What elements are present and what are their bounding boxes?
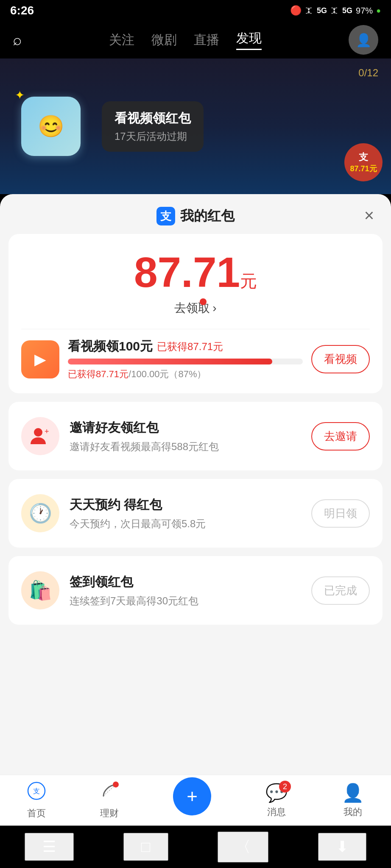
alipay-logo-icon: 支 — [156, 207, 175, 225]
system-home-button[interactable]: □ — [123, 833, 168, 861]
progress-total: /100.00元（87%） — [128, 369, 206, 379]
system-menu-button[interactable]: ☰ — [25, 833, 74, 861]
watch-video-button[interactable]: 看视频 — [311, 345, 370, 373]
status-time: 6:26 — [10, 4, 34, 17]
banner-area: ✦ 😊 看视频领红包 17天后活动过期 0/12 支 87.71元 — [0, 58, 391, 194]
modal-header: 支 我的红包 × — [0, 194, 391, 234]
clock-icon-wrap: 🕐 — [21, 494, 59, 532]
tab-minidrama[interactable]: 微剧 — [151, 31, 177, 49]
checkin-button[interactable]: 已完成 — [311, 576, 370, 605]
close-button[interactable]: × — [364, 207, 374, 224]
daily-button[interactable]: 明日领 — [311, 499, 370, 528]
signal2-5g-icon: 5G — [342, 6, 352, 15]
nav-item-finance[interactable]: 理财 — [100, 782, 119, 820]
action-card-invite: + 邀请好友领红包 邀请好友看视频最高得588元红包 去邀请 — [8, 402, 383, 470]
action-info-invite: 邀请好友领红包 邀请好友看视频最高得588元红包 — [70, 419, 301, 453]
add-button[interactable]: + — [173, 777, 211, 815]
profile-label: 我的 — [344, 806, 362, 818]
clock-icon: 🕐 — [29, 502, 52, 524]
system-nav: ☰ □ 〈 ⬇ — [0, 826, 391, 868]
bubble-title: 看视频领红包 — [115, 110, 191, 127]
svg-point-0 — [34, 428, 42, 437]
plus-icon: + — [187, 787, 198, 806]
alipay-red-button[interactable]: 支 87.71元 — [344, 143, 383, 181]
nav-item-profile[interactable]: 👤 我的 — [342, 782, 364, 818]
action-info-daily: 天天预约 得红包 今天预约，次日最高可领5.8元 — [70, 496, 301, 531]
message-label: 消息 — [267, 806, 286, 818]
message-badge: 2 — [279, 781, 291, 793]
video-earned: 已获得87.71元 — [157, 340, 223, 353]
status-bar: 6:26 🔴 ⯰ 5G ⯰ 5G 97% ● — [0, 0, 391, 21]
battery-indicator: 97% — [356, 6, 373, 16]
tab-follow[interactable]: 关注 — [109, 31, 134, 49]
banner-amount: 87.71元 — [350, 164, 377, 174]
video-title: 看视频领100元 — [68, 338, 153, 355]
play-icon: ▶ — [34, 351, 46, 368]
modal-title-wrapper: 支 我的红包 — [156, 207, 235, 225]
svg-text:+: + — [45, 427, 49, 436]
collect-button[interactable]: 去领取 › — [21, 300, 370, 316]
collect-dot-badge — [200, 298, 207, 305]
checkin-desc: 连续签到7天最高得30元红包 — [70, 594, 301, 608]
status-icons: 🔴 ⯰ 5G ⯰ 5G 97% ● — [290, 5, 381, 16]
nav-item-home[interactable]: 支 首页 — [27, 782, 46, 820]
video-card-inner: ▶ 看视频领100元 已获得87.71元 已获得87.71元/100.00元（8… — [21, 338, 370, 381]
amount-unit: 元 — [240, 272, 257, 290]
bubble-subtitle: 17天后活动过期 — [115, 130, 191, 143]
svg-text:支: 支 — [33, 787, 40, 795]
banner-counter: 0/12 — [358, 67, 378, 79]
bluetooth-icon: 🔴 — [290, 5, 302, 16]
tab-discover[interactable]: 发现 — [236, 30, 262, 50]
banner-bubble: 看视频领红包 17天后活动过期 — [102, 101, 204, 152]
progress-bar-wrap — [68, 359, 303, 364]
invite-title: 邀请好友领红包 — [70, 419, 301, 437]
mascot-face: 😊 — [38, 114, 64, 139]
invite-desc: 邀请好友看视频最高得588元红包 — [70, 440, 301, 453]
bag-icon: 🛍️ — [29, 579, 52, 601]
action-card-daily: 🕐 天天预约 得红包 今天预约，次日最高可领5.8元 明日领 — [8, 479, 383, 548]
progress-bar-fill — [68, 359, 272, 364]
collect-arrow-icon: › — [212, 301, 216, 315]
video-info: 看视频领100元 已获得87.71元 已获得87.71元/100.00元（87%… — [68, 338, 303, 381]
invite-button[interactable]: 去邀请 — [311, 422, 370, 451]
checkin-icon-wrap: 🛍️ — [21, 571, 59, 609]
bottom-nav: 支 首页 理财 + 💬 消息 2 👤 我的 — [0, 775, 391, 826]
avatar[interactable]: 👤 — [349, 25, 378, 55]
signal-5g-icon: 5G — [317, 6, 327, 15]
nav-item-add[interactable]: + — [173, 777, 211, 824]
home-label: 首页 — [27, 807, 46, 820]
home-icon: 支 — [27, 782, 46, 804]
mascot-body: 😊 — [21, 97, 81, 156]
video-card: ▶ 看视频领100元 已获得87.71元 已获得87.71元/100.00元（8… — [21, 329, 370, 381]
signal-icon: ⯰ — [305, 6, 313, 16]
invite-icon-wrap: + — [21, 417, 59, 455]
star-icon: ✦ — [15, 88, 25, 102]
amount-number: 87.71 — [134, 248, 240, 296]
system-back-button[interactable]: 〈 — [218, 832, 268, 862]
checkin-title: 签到领红包 — [70, 573, 301, 591]
banner-mascot: ✦ 😊 — [13, 84, 98, 169]
progress-earned: 已获得87.71元 — [68, 369, 128, 379]
modal-title: 我的红包 — [180, 207, 235, 225]
video-title-row: 看视频领100元 已获得87.71元 — [68, 338, 303, 355]
finance-badge — [113, 782, 119, 787]
signal2-icon: ⯰ — [330, 6, 339, 16]
video-progress-text: 已获得87.71元/100.00元（87%） — [68, 368, 303, 381]
system-share-button[interactable]: ⬇ — [318, 833, 366, 861]
action-info-checkin: 签到领红包 连续签到7天最高得30元红包 — [70, 573, 301, 608]
nav-item-message[interactable]: 💬 消息 2 — [265, 782, 288, 818]
amount-section: 87.71元 — [21, 251, 370, 293]
nav-tabs: 关注 微剧 直播 发现 — [109, 30, 262, 50]
nav-bar: ⌕ 关注 微剧 直播 发现 👤 — [0, 21, 391, 58]
person-plus-icon: + — [30, 426, 51, 447]
action-card-checkin: 🛍️ 签到领红包 连续签到7天最高得30元红包 已完成 — [8, 556, 383, 625]
video-icon-wrap: ▶ — [21, 340, 59, 378]
modal-sheet: 支 我的红包 × 87.71元 去领取 › ▶ 看视频领100元 — [0, 194, 391, 787]
tab-live[interactable]: 直播 — [194, 31, 219, 49]
finance-label: 理财 — [100, 807, 119, 820]
search-icon[interactable]: ⌕ — [13, 31, 22, 49]
daily-desc: 今天预约，次日最高可领5.8元 — [70, 517, 301, 531]
main-card: 87.71元 去领取 › ▶ 看视频领100元 已获得87.71元 — [8, 234, 383, 393]
daily-title: 天天预约 得红包 — [70, 496, 301, 514]
profile-icon: 👤 — [342, 782, 364, 803]
